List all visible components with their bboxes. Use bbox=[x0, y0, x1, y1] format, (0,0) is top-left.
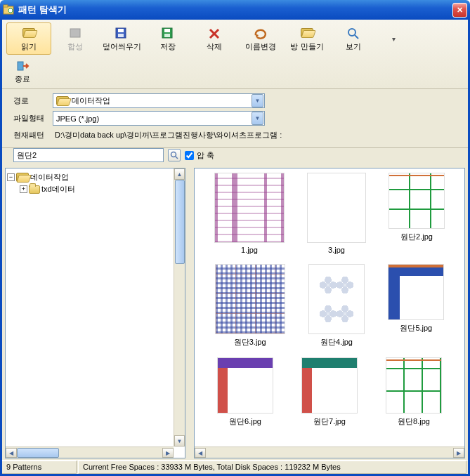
compress-checkbox[interactable]: 압 축 bbox=[185, 150, 214, 161]
folder-tree[interactable]: − 데이터작업 + txd데이터 ▲ ▼ ◀ bbox=[5, 168, 185, 458]
svg-line-15 bbox=[176, 157, 178, 159]
status-disk: Current Free Spaces : 33933 M Bytes, Tot… bbox=[78, 461, 466, 474]
status-count: 9 Patterns bbox=[2, 461, 77, 474]
scroll-right-icon[interactable]: ▶ bbox=[162, 448, 174, 458]
close-button[interactable]: ✕ bbox=[452, 3, 467, 18]
scroll-up-icon[interactable]: ▲ bbox=[174, 168, 185, 180]
collapse-icon[interactable]: − bbox=[7, 173, 15, 181]
scrollbar-horizontal[interactable]: ◀ ▶ bbox=[6, 447, 174, 458]
pattern-preview bbox=[388, 264, 444, 320]
app-icon bbox=[3, 4, 14, 15]
splitter[interactable] bbox=[188, 168, 191, 458]
compose-button[interactable]: 합성 bbox=[53, 22, 98, 55]
exit-icon bbox=[15, 58, 30, 72]
chevron-down-icon: ▾ bbox=[386, 32, 401, 46]
pattern-preview bbox=[217, 357, 273, 414]
thumbnail-item[interactable]: 원단7.jpg bbox=[301, 357, 358, 427]
scroll-left-icon[interactable]: ◀ bbox=[195, 448, 206, 458]
scrollbar-vertical[interactable]: ▲ ▼ bbox=[174, 168, 185, 447]
current-path: D:\경미data back up\경미꺼\프로그램진행사항\와이셔츠프로그램 … bbox=[55, 131, 282, 139]
filetype-label: 파일형태 bbox=[13, 113, 53, 124]
exit-button[interactable]: 종료 bbox=[6, 55, 39, 87]
delete-icon bbox=[207, 26, 222, 40]
status-bar: 9 Patterns Current Free Spaces : 33933 M… bbox=[2, 460, 468, 474]
scroll-right-icon[interactable]: ▶ bbox=[453, 448, 464, 458]
magnifier-icon bbox=[170, 151, 178, 159]
search-input[interactable] bbox=[13, 148, 164, 162]
thumbnail-item[interactable]: 원단5.jpg bbox=[388, 264, 444, 348]
svg-rect-1 bbox=[4, 5, 8, 7]
read-button[interactable]: 읽기 bbox=[6, 22, 51, 55]
delete-button[interactable]: 삭제 bbox=[192, 22, 237, 55]
svg-rect-8 bbox=[164, 29, 170, 32]
view-button[interactable]: 보기 bbox=[331, 22, 376, 55]
tree-root[interactable]: − 데이터작업 bbox=[7, 171, 183, 183]
window-title: 패턴 탐색기 bbox=[18, 4, 452, 16]
current-pattern-label: 현재패턴 bbox=[13, 130, 53, 140]
filetype-dropdown[interactable]: JPEG (*.jpg) ▼ bbox=[53, 111, 265, 126]
svg-rect-3 bbox=[70, 29, 80, 37]
folder-open-icon bbox=[56, 96, 69, 105]
pattern-preview bbox=[386, 357, 442, 414]
thumbnail-item[interactable]: 원단6.jpg bbox=[217, 357, 273, 427]
tree-child[interactable]: + txd데이터 bbox=[20, 183, 183, 195]
folder-new-icon bbox=[299, 26, 315, 40]
scroll-down-icon[interactable]: ▼ bbox=[174, 435, 185, 447]
scrollbar-horizontal[interactable]: ◀ ▶ bbox=[195, 447, 464, 458]
magnifier-icon bbox=[346, 26, 361, 40]
rename-icon bbox=[253, 26, 268, 40]
path-dropdown[interactable]: 데이터작업 ▼ bbox=[53, 93, 265, 108]
chevron-down-icon[interactable]: ▼ bbox=[252, 112, 263, 125]
thumbnail-item[interactable]: 원단3.jpg bbox=[215, 264, 285, 348]
make-room-button[interactable]: 방 만들기 bbox=[285, 22, 329, 55]
svg-point-11 bbox=[348, 29, 355, 36]
pattern-preview bbox=[215, 264, 285, 334]
path-label: 경로 bbox=[13, 95, 53, 106]
svg-rect-5 bbox=[118, 29, 124, 32]
thumbnail-item[interactable]: 원단8.jpg bbox=[386, 357, 442, 427]
thumbnail-item[interactable]: 3.jpg bbox=[307, 173, 366, 254]
expand-icon[interactable]: + bbox=[20, 185, 27, 193]
compose-icon bbox=[67, 26, 83, 40]
folder-open-icon bbox=[21, 26, 37, 40]
save-button[interactable]: 저장 bbox=[145, 22, 190, 55]
view-dropdown-button[interactable]: ▾ bbox=[377, 22, 410, 55]
svg-rect-9 bbox=[164, 34, 170, 37]
svg-point-2 bbox=[8, 8, 13, 13]
toolbar: 읽기 합성 덮어씌우기 저장 삭제 이름변경 bbox=[2, 20, 468, 89]
svg-rect-6 bbox=[118, 34, 124, 37]
thumbnail-item[interactable]: 1.jpg bbox=[214, 173, 285, 254]
svg-rect-13 bbox=[18, 62, 23, 70]
search-row: 압 축 bbox=[2, 148, 468, 166]
svg-point-14 bbox=[171, 152, 176, 157]
thumbnail-item[interactable]: 원단4.jpg bbox=[308, 264, 365, 348]
rename-button[interactable]: 이름변경 bbox=[238, 22, 283, 55]
scroll-thumb[interactable] bbox=[175, 180, 185, 264]
svg-line-12 bbox=[355, 35, 358, 39]
folder-icon bbox=[29, 185, 40, 194]
save-overwrite-icon bbox=[114, 26, 129, 40]
folder-open-icon bbox=[16, 173, 29, 182]
pattern-preview bbox=[307, 173, 366, 243]
chevron-down-icon[interactable]: ▼ bbox=[252, 94, 263, 107]
save-icon bbox=[160, 26, 176, 40]
scroll-thumb[interactable] bbox=[17, 448, 59, 458]
pattern-preview bbox=[214, 173, 285, 243]
pattern-preview bbox=[308, 264, 365, 334]
search-button[interactable] bbox=[168, 149, 181, 161]
thumbnail-item[interactable]: 원단2.jpg bbox=[389, 173, 445, 254]
overwrite-button[interactable]: 덮어씌우기 bbox=[99, 22, 144, 55]
scroll-left-icon[interactable]: ◀ bbox=[6, 448, 17, 458]
form-area: 경로 데이터작업 ▼ 파일형태 JPEG (*.jpg) ▼ 현재패턴 D:\경… bbox=[2, 89, 468, 148]
pattern-preview bbox=[389, 173, 445, 229]
pattern-preview bbox=[301, 357, 358, 414]
titlebar[interactable]: 패턴 탐색기 ✕ bbox=[0, 0, 470, 20]
thumbnail-panel[interactable]: 1.jpg 3.jpg 원단2.jpg 원단3.jpg bbox=[194, 168, 465, 458]
